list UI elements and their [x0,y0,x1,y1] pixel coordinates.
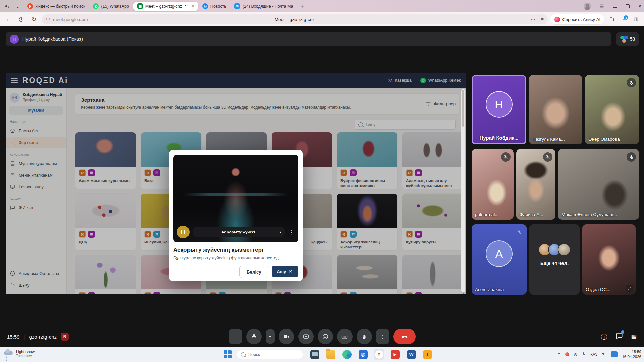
participant-tile[interactable]: gulnara al... [472,149,514,220]
downloads-icon[interactable]: 1 [619,15,629,24]
tray-mic-icon[interactable] [582,351,586,357]
participant-tile[interactable]: Назгуль Кама... [529,75,582,144]
leave-call-button[interactable] [393,329,416,344]
participant-tile[interactable]: Онер Омарова [585,75,639,144]
tray-chat-icon[interactable] [611,351,618,357]
video-more-icon[interactable]: ⋮ [288,229,295,235]
taskbar-app-word-app-icon[interactable]: W [406,349,417,360]
participant-avatars-cluster [620,35,628,43]
participant-tile[interactable]: AAsem Zhakina [472,224,527,295]
scroll-down-arrow[interactable]: ▼ [462,292,465,294]
window-controls: ☰ × [584,0,641,12]
expand-tile-icon[interactable] [626,285,633,292]
window-minimize-button[interactable] [613,7,617,8]
tab-title: Новость [210,4,226,9]
tray-app-icon[interactable] [565,352,569,356]
audio-settings-chevron[interactable] [266,329,275,344]
shared-screen: ROQΞD Ai ꭓA Қазақша ✆ WhatsApp Көмек КН [6,73,466,294]
chat-button[interactable] [615,332,623,341]
browser-profile-avatar[interactable] [584,3,591,10]
taskbar-search-icon [241,352,246,357]
taskbar-app-mail-app-icon[interactable]: @ [358,349,368,360]
window-restore-button[interactable] [626,4,630,8]
participant-tile[interactable]: HНурай Кобдик... [472,75,526,144]
layout-grid-icon[interactable]: ▦ [631,333,637,340]
participant-count-pill[interactable]: 53 [616,32,639,46]
taskbar-search[interactable]: Поиск [237,350,303,359]
meeting-time: 15:59 [7,334,20,340]
captions-button[interactable]: cc [337,329,353,344]
language-indicator[interactable]: КАЗ [590,352,597,356]
present-screen-button[interactable] [298,329,314,344]
taskbar-app-task-view-icon[interactable] [309,349,320,360]
open-button[interactable]: Ашу [272,266,298,277]
taskbar-app-alert-app-icon[interactable]: ! [422,349,433,360]
reload-button[interactable]: ↻ [29,14,39,24]
side-panel-icon[interactable] [631,15,641,24]
system-tray: ⌃ ⊘ КАЗ 15:59 16.04.2026 [557,347,641,362]
yandex-favicon: Я [27,3,33,9]
browser-tab-3[interactable]: ▣Meet – gzo-rztg-cnz× [133,2,198,11]
participant-name: Asem Zhakina [475,287,504,292]
participant-tile[interactable]: Отдел ОС... [582,224,636,295]
taskbar-clock[interactable]: 15:59 16.04.2026 [622,349,641,359]
page-scrollbar[interactable] [461,89,465,292]
browser-tab-5[interactable]: ✉(24) Входящие - Почта Ма [231,2,297,11]
browser-tab-1[interactable]: ЯЯндекс — быстрый поиск [23,2,89,11]
back-button[interactable]: ← [3,14,13,24]
privacy-blocked-icon[interactable]: ⊘ [574,352,577,357]
muted-mic-icon [514,227,524,237]
window-close-button[interactable]: × [638,4,641,9]
omnibox-more-icon[interactable]: ⋯ [531,17,535,22]
tab-title: (24) Входящие - Почта Ма [243,4,293,9]
video-chapter-pill[interactable]: Ас қорыту жүйесі › [193,227,285,237]
more-controls-button[interactable]: ⋮ [376,329,389,344]
mailru-favicon: @ [202,3,208,9]
muted-mic-icon [543,152,552,162]
chat-notification-dot [621,330,624,334]
browser-tab-4[interactable]: @Новость [199,2,230,11]
participant-name: Назгуль Кама... [532,137,565,142]
meet-toolbar: 15:59 | gzo-rztg-cnz R ⋯ [0,326,644,347]
taskbar-app-edge-browser-icon[interactable] [341,349,352,360]
camera-button[interactable] [279,329,294,344]
address-bar[interactable]: meet.google.com Meet – gzo-rztg-cnz ⋯ ⚑ [42,14,548,24]
windows-taskbar: ❄ ❄ Light snow Tomorrow Поиск @Y▶W! ⌃ ⊘ … [0,347,644,362]
participant-tile[interactable]: Фариза А... [516,149,555,220]
tab-list-chevron-icon[interactable]: ⌄ [13,2,23,11]
taskbar-app-file-explorer-icon[interactable] [325,349,336,360]
volume-icon[interactable] [602,351,606,357]
share-button[interactable]: Бөлісу [239,266,268,278]
participant-name: Фариза А... [520,212,543,217]
browser-tab-2[interactable]: ✆(15) WhatsApp [89,2,132,11]
browser-toolbar: ← ↻ meet.google.com Meet – gzo-rztg-cnz … [0,12,644,27]
muted-mic-icon [501,152,511,162]
collections-icon[interactable] [607,15,616,24]
participant-tile[interactable]: Мақаш Әлпеш Сұлушаш... [558,149,639,220]
tab-audio-mute-icon[interactable] [2,2,12,11]
pause-button[interactable] [177,226,190,238]
start-button[interactable] [223,350,232,359]
divider: | [24,334,25,340]
taskbar-app-media-app-icon[interactable]: ▶ [390,349,400,360]
yandex-home-button[interactable] [16,14,26,24]
weather-widget[interactable]: ❄ ❄ Light snow Tomorrow [3,349,35,359]
alice-ai-button[interactable]: Спросить Алису AI [550,14,604,24]
meeting-info-icon[interactable]: ⓘ [601,332,607,341]
shared-tab-favicon: R [61,333,69,341]
new-tab-button[interactable]: + [298,2,307,11]
envelope-favicon: ✉ [234,3,240,9]
browser-menu-icon[interactable]: ☰ [600,4,604,9]
more-options-button[interactable]: ⋯ [229,329,242,344]
participant-tile[interactable]: Ещё 44 чел. [529,224,580,295]
modal-title: Асқорыту жүйесінің қызметтері [173,247,298,253]
bookmark-icon[interactable]: ⚑ [540,17,544,22]
course-video-preview[interactable]: Ас қорыту жүйесі › ⋮ [173,155,298,242]
video-chapter-label: Ас қорыту жүйесі [197,230,280,234]
raise-hand-button[interactable] [357,329,372,344]
reactions-button[interactable] [318,329,333,344]
microphone-button[interactable] [246,329,262,344]
tab-close-icon[interactable]: × [192,4,194,9]
tray-expand-chevron[interactable]: ⌃ [557,352,561,357]
taskbar-app-yandex-browser-icon[interactable]: Y [374,349,384,360]
